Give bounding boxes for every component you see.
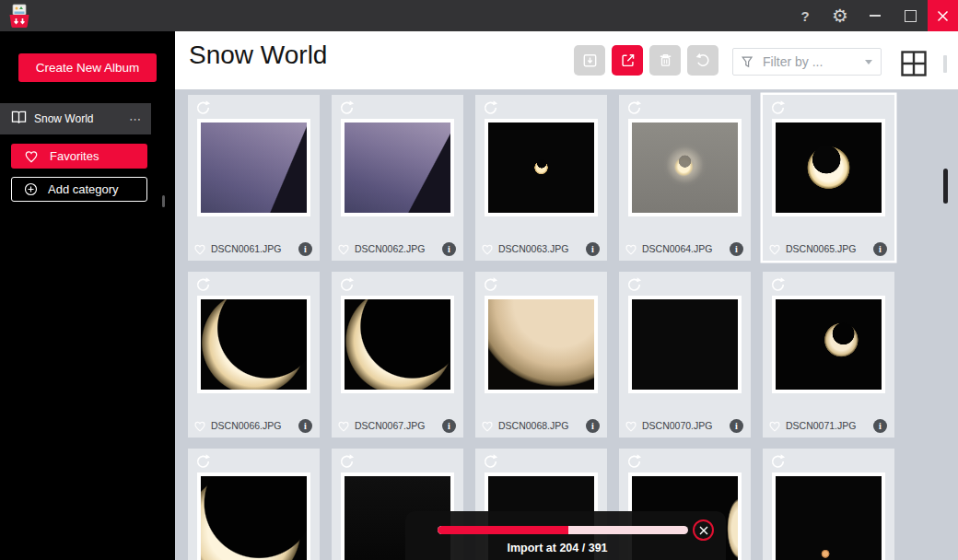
create-new-album-button[interactable]: Create New Album xyxy=(18,53,157,82)
vertical-scrollbar-thumb[interactable] xyxy=(943,169,948,204)
help-button[interactable]: ? xyxy=(788,0,823,31)
photo-card[interactable]: DSCN0067.JPG i xyxy=(332,272,463,438)
rotate-icon[interactable] xyxy=(194,99,212,117)
rotate-icon[interactable] xyxy=(625,99,643,117)
rotate-icon[interactable] xyxy=(482,453,499,471)
info-icon[interactable]: i xyxy=(442,242,456,256)
photo-thumbnail[interactable] xyxy=(485,296,598,393)
favorite-heart-icon[interactable] xyxy=(337,420,350,432)
rotate-icon[interactable] xyxy=(482,276,499,294)
undo-icon xyxy=(695,52,712,69)
filter-input[interactable] xyxy=(761,53,865,70)
photo-card[interactable]: DSCN0066.JPG i xyxy=(188,272,320,438)
rotate-icon[interactable] xyxy=(338,99,356,117)
main-panel: Snow World xyxy=(175,31,958,560)
info-icon[interactable]: i xyxy=(730,419,743,433)
photo-meta-row: DSCN0066.JPG i xyxy=(188,418,320,433)
favorite-heart-icon[interactable] xyxy=(768,243,781,255)
info-icon[interactable]: i xyxy=(873,419,887,433)
close-icon xyxy=(937,10,949,22)
photo-meta-row: DSCN0061.JPG i xyxy=(188,241,320,256)
favorite-heart-icon[interactable] xyxy=(625,420,637,432)
add-category-button[interactable]: Add category xyxy=(11,177,147,202)
maximize-button[interactable] xyxy=(893,0,928,31)
photo-card[interactable]: DSCN0063.JPG i xyxy=(475,95,607,261)
favorite-heart-icon[interactable] xyxy=(193,420,206,432)
favorite-heart-icon[interactable] xyxy=(193,243,206,255)
page-title: Snow World xyxy=(189,41,327,70)
rotate-icon[interactable] xyxy=(194,453,212,471)
photo-card[interactable]: DSCN0071.JPG i xyxy=(763,272,894,438)
gear-icon: ⚙ xyxy=(832,5,848,27)
photo-thumb xyxy=(488,122,594,213)
rotate-icon[interactable] xyxy=(338,453,356,471)
close-button[interactable] xyxy=(928,0,958,31)
progress-bar xyxy=(438,526,688,534)
rotate-icon[interactable] xyxy=(482,99,499,117)
delete-button[interactable] xyxy=(649,45,681,76)
photo-card[interactable]: DSCN0065.JPG i xyxy=(763,95,894,261)
export-button[interactable] xyxy=(612,45,643,76)
photo-thumbnail[interactable] xyxy=(485,119,598,216)
grid-view-button[interactable] xyxy=(900,50,928,77)
photo-meta-row: DSCN0065.JPG i xyxy=(763,241,894,256)
sidebar-resize-handle[interactable] xyxy=(162,195,165,207)
undo-button[interactable] xyxy=(687,45,718,76)
favorite-heart-icon[interactable] xyxy=(337,243,350,255)
photo-card[interactable]: DSCN0070.JPG i xyxy=(619,272,751,438)
favorite-heart-icon[interactable] xyxy=(625,243,637,255)
settings-button[interactable]: ⚙ xyxy=(823,0,858,31)
photo-thumbnail[interactable] xyxy=(772,296,885,393)
favorite-heart-icon[interactable] xyxy=(768,420,781,432)
photo-meta-row: DSCN0067.JPG i xyxy=(332,418,463,433)
minimize-button[interactable] xyxy=(858,0,893,31)
sidebar-item-snow-world[interactable]: Snow World ⋯ xyxy=(0,103,151,134)
info-icon[interactable]: i xyxy=(442,419,456,433)
photo-meta-row: DSCN0064.JPG i xyxy=(619,241,751,256)
info-icon[interactable]: i xyxy=(586,242,600,256)
favorites-button[interactable]: Favorites xyxy=(11,144,147,169)
favorite-heart-icon[interactable] xyxy=(481,420,494,432)
photo-card[interactable]: DSCN0064.JPG i xyxy=(619,95,751,261)
rotate-icon[interactable] xyxy=(338,276,356,294)
photo-thumbnail[interactable] xyxy=(341,296,454,393)
favorite-heart-icon[interactable] xyxy=(481,243,494,255)
photo-thumbnail[interactable] xyxy=(197,472,310,560)
filter-dropdown[interactable] xyxy=(732,48,882,76)
photo-meta-row: DSCN0062.JPG i xyxy=(332,241,463,256)
rotate-icon[interactable] xyxy=(625,276,643,294)
import-button[interactable] xyxy=(574,45,605,76)
rotate-icon[interactable] xyxy=(194,276,212,294)
photo-thumbnail[interactable] xyxy=(628,119,742,216)
photo-thumbnail[interactable] xyxy=(772,119,885,216)
photo-thumbnail[interactable] xyxy=(341,119,454,216)
info-icon[interactable]: i xyxy=(730,242,743,256)
photo-card[interactable]: DSCN0068.JPG i xyxy=(475,272,607,438)
photo-card[interactable]: DSCN0061.JPG i xyxy=(188,95,320,261)
album-options-icon[interactable]: ⋯ xyxy=(129,112,142,126)
photo-card[interactable]: i xyxy=(763,449,894,560)
rotate-icon[interactable] xyxy=(769,453,787,471)
album-book-icon xyxy=(11,111,27,128)
single-view-button[interactable] xyxy=(933,52,957,76)
photo-thumbnail[interactable] xyxy=(197,296,310,393)
photo-thumbnail[interactable] xyxy=(197,119,310,216)
rotate-icon[interactable] xyxy=(769,276,787,294)
info-icon[interactable]: i xyxy=(586,419,600,433)
photo-thumb xyxy=(201,299,307,390)
info-icon[interactable]: i xyxy=(298,419,312,433)
toolbar xyxy=(574,45,718,76)
photo-meta-row: DSCN0063.JPG i xyxy=(475,241,607,256)
rotate-icon[interactable] xyxy=(625,453,643,471)
info-icon[interactable]: i xyxy=(873,242,887,256)
photo-thumbnail[interactable] xyxy=(628,296,742,393)
photo-card[interactable]: DSCN0062.JPG i xyxy=(332,95,463,261)
photo-card[interactable]: i xyxy=(188,449,320,560)
rotate-icon[interactable] xyxy=(769,99,787,117)
info-icon[interactable]: i xyxy=(298,242,312,256)
photo-thumb xyxy=(776,299,882,390)
trash-icon xyxy=(657,52,674,69)
import-icon xyxy=(581,52,599,69)
cancel-import-button[interactable] xyxy=(693,519,714,541)
photo-thumbnail[interactable] xyxy=(772,472,885,560)
